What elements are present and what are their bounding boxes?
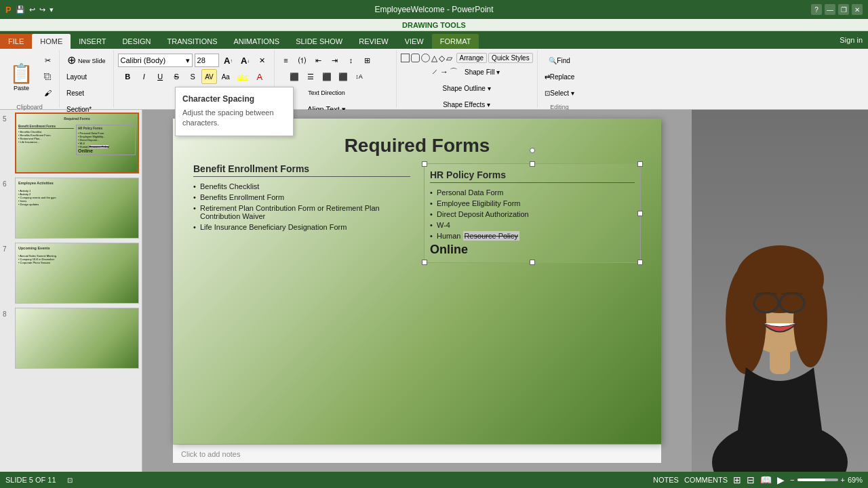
redo-icon[interactable]: ↪: [39, 5, 45, 14]
numbering-button[interactable]: ⑴: [295, 53, 310, 68]
shape-parallelogram[interactable]: ▱: [446, 54, 452, 63]
tab-animations[interactable]: ANIMATIONS: [226, 34, 288, 49]
new-slide-button[interactable]: ⊕ New Slide: [64, 53, 109, 68]
arrange-button[interactable]: Arrange: [456, 53, 488, 63]
handle-top[interactable]: [530, 161, 535, 167]
strikethrough-button[interactable]: S: [169, 69, 184, 84]
tab-review[interactable]: REVIEW: [351, 34, 396, 49]
tab-design[interactable]: DESIGN: [114, 34, 159, 49]
decrease-font-button[interactable]: A↓: [238, 53, 253, 68]
slide-num-8: 8: [3, 310, 12, 318]
text-direction-button[interactable]: Text Direction: [306, 85, 347, 100]
hr-policy-box[interactable]: HR Policy Forms Personal Data Form Emplo…: [424, 163, 641, 263]
handle-top-left[interactable]: [422, 161, 427, 167]
slide-thumb-5[interactable]: 5 Required Forms Benefit Enrollment Form…: [3, 113, 139, 174]
paste-button[interactable]: 📋 Paste: [4, 58, 39, 96]
align-right-button[interactable]: ⬛: [319, 69, 334, 84]
change-case-button[interactable]: Aa: [218, 69, 233, 84]
customize-icon[interactable]: ▾: [50, 5, 54, 14]
zoom-in-button[interactable]: +: [841, 476, 845, 484]
bold-button[interactable]: B: [120, 69, 135, 84]
close-icon[interactable]: ✕: [852, 4, 863, 15]
justify-button[interactable]: ⬛: [336, 69, 351, 84]
line-spacing-button[interactable]: ↕: [344, 53, 359, 68]
increase-indent-button[interactable]: ⇥: [328, 53, 342, 68]
bullets-button[interactable]: ≡: [279, 53, 294, 68]
slide-thumb-7[interactable]: 7 Upcoming Events • Annual Sales Summit …: [3, 243, 139, 304]
slide-preview-5[interactable]: Required Forms Benefit Enrollment Forms …: [15, 113, 139, 174]
shape-arrow[interactable]: →: [440, 67, 448, 77]
italic-button[interactable]: I: [136, 69, 151, 84]
paste-label: Paste: [14, 85, 29, 92]
slide-canvas[interactable]: Required Forms Benefit Enrollment Forms …: [173, 119, 661, 444]
handle-bottom-right[interactable]: [637, 260, 643, 265]
sign-in-button[interactable]: Sign in: [840, 36, 863, 44]
tab-transitions[interactable]: TRANSITIONS: [159, 34, 226, 49]
comments-button[interactable]: COMMENTS: [684, 476, 728, 484]
font-size-input[interactable]: 28: [195, 54, 219, 67]
reading-view-icon[interactable]: 📖: [760, 474, 772, 485]
slide-preview-8[interactable]: [15, 308, 139, 369]
view-slide-icon[interactable]: ⊞: [733, 474, 741, 485]
cut-button[interactable]: ✂: [40, 53, 55, 68]
notes-button[interactable]: NOTES: [653, 476, 679, 484]
shape-triangle[interactable]: △: [431, 54, 437, 63]
underline-button[interactable]: U: [153, 69, 167, 84]
tab-file[interactable]: FILE: [0, 34, 32, 49]
font-color-button[interactable]: A: [252, 69, 267, 84]
window-controls[interactable]: ? — ❐ ✕: [811, 4, 863, 15]
tab-view[interactable]: VIEW: [397, 34, 432, 49]
shape-fill-button[interactable]: Shape Fill ▾: [462, 64, 502, 79]
select-button[interactable]: ⊡ Select ▾: [542, 85, 577, 100]
handle-top-right[interactable]: [637, 161, 643, 167]
shape-diamond[interactable]: ◇: [439, 54, 445, 63]
reset-button[interactable]: Reset: [64, 85, 87, 100]
find-button[interactable]: 🔍 Find: [546, 53, 572, 68]
copy-button[interactable]: ⿻: [40, 69, 55, 84]
replace-button[interactable]: ⇄ Replace: [542, 69, 578, 84]
zoom-out-button[interactable]: −: [790, 476, 794, 484]
ribbon-group-clipboard: 📋 Paste ✂ ⿻ 🖌 Clipboard: [0, 50, 60, 108]
handle-bottom-left[interactable]: [422, 260, 427, 265]
handle-right[interactable]: [637, 211, 643, 216]
quick-styles-button[interactable]: Quick Styles: [488, 53, 533, 63]
shape-line[interactable]: ⟋: [431, 67, 439, 77]
shape-rect[interactable]: [401, 54, 410, 62]
columns-button[interactable]: ⊞: [360, 53, 375, 68]
shape-circle[interactable]: [421, 54, 430, 62]
increase-font-button[interactable]: A↑: [221, 53, 236, 68]
char-spacing-button[interactable]: AV: [201, 69, 217, 84]
tab-slideshow[interactable]: SLIDE SHOW: [288, 34, 351, 49]
tab-home[interactable]: HOME: [32, 34, 71, 49]
tab-format[interactable]: FORMAT: [432, 34, 479, 49]
center-button[interactable]: ☰: [303, 69, 318, 84]
slide-thumb-8[interactable]: 8: [3, 308, 139, 369]
layout-button[interactable]: Layout: [64, 69, 90, 84]
highlight-button[interactable]: abc: [235, 69, 251, 84]
slideshow-icon[interactable]: ▶: [777, 474, 785, 485]
minimize-icon[interactable]: —: [825, 4, 835, 15]
text-dir-button[interactable]: ↕A: [352, 69, 367, 84]
align-left-button[interactable]: ⬛: [287, 69, 302, 84]
clear-format-button[interactable]: ✕: [255, 53, 270, 68]
tab-insert[interactable]: INSERT: [71, 34, 114, 49]
shadow-button[interactable]: S: [185, 69, 200, 84]
slide-thumb-6[interactable]: 6 Employee Activities • Activity 1 • Act…: [3, 178, 139, 239]
zoom-slider[interactable]: [797, 479, 838, 481]
font-name-dropdown[interactable]: Calibri (Body) ▾: [118, 54, 193, 67]
rotate-handle[interactable]: [530, 148, 535, 153]
slide-preview-7[interactable]: Upcoming Events • Annual Sales Summit Me…: [15, 243, 139, 304]
slide-preview-6[interactable]: Employee Activities • Activity 1 • Activ…: [15, 178, 139, 239]
normal-view-icon[interactable]: ⊟: [747, 474, 755, 485]
decrease-indent-button[interactable]: ⇤: [311, 53, 326, 68]
shape-curved[interactable]: ⌒: [450, 66, 458, 78]
notes-area[interactable]: Click to add notes: [173, 444, 661, 463]
handle-bottom[interactable]: [530, 260, 535, 265]
restore-icon[interactable]: ❐: [838, 4, 849, 15]
format-painter-button[interactable]: 🖌: [40, 85, 55, 100]
shape-rounded-rect[interactable]: [411, 54, 420, 62]
save-icon[interactable]: 💾: [16, 5, 25, 14]
help-icon[interactable]: ?: [811, 4, 822, 15]
undo-icon[interactable]: ↩: [29, 5, 35, 14]
shape-outline-button[interactable]: Shape Outline ▾: [440, 81, 494, 96]
